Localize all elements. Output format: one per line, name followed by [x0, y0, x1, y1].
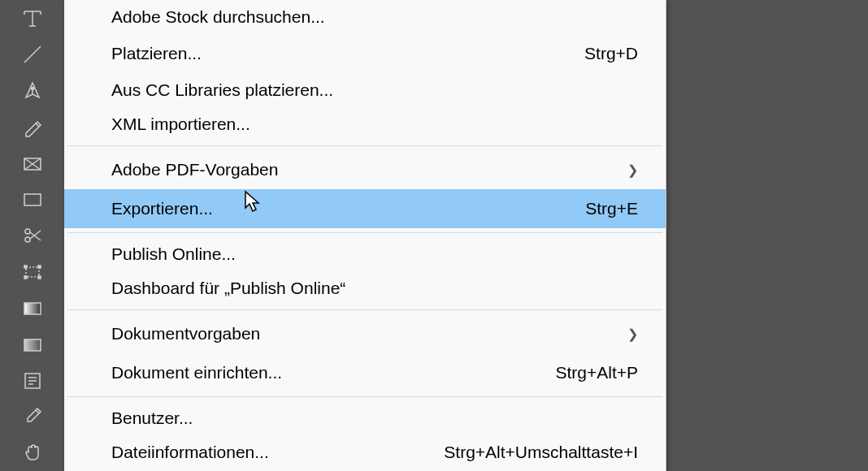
menu-item-label: Exportieren...	[111, 199, 585, 218]
svg-rect-8	[24, 276, 27, 279]
menu-separator	[67, 309, 662, 310]
menu-item-xml-import[interactable]: XML importieren...	[64, 107, 666, 141]
rectangle-frame-tool[interactable]	[13, 145, 52, 181]
svg-point-4	[25, 237, 30, 242]
menu-separator	[67, 396, 662, 397]
svg-rect-7	[38, 266, 41, 268]
svg-rect-5	[26, 267, 39, 277]
menu-item-label: Aus CC Libraries platzieren...	[111, 80, 638, 100]
menu-item-cc-libraries[interactable]: Aus CC Libraries platzieren...	[64, 73, 666, 107]
menu-item-label: XML importieren...	[111, 115, 638, 134]
menu-item-shortcut: Strg+D	[584, 44, 638, 63]
menu-item-dokumentvorgaben[interactable]: Dokumentvorgaben ❯	[64, 314, 666, 353]
svg-point-3	[25, 229, 30, 234]
svg-rect-2	[24, 194, 41, 205]
menu-separator	[67, 232, 662, 233]
menu-item-label: Adobe PDF-Vorgaben	[111, 160, 627, 179]
tools-panel	[0, 0, 64, 471]
menu-item-benutzer[interactable]: Benutzer...	[64, 401, 666, 435]
menu-item-platzieren[interactable]: Platzieren... Strg+D	[64, 34, 666, 73]
free-transform-tool[interactable]	[13, 253, 52, 290]
menu-separator	[67, 145, 662, 146]
menu-item-label: Dateiinformationen...	[111, 443, 444, 462]
chevron-right-icon: ❯	[627, 162, 638, 178]
hand-tool[interactable]	[13, 434, 52, 471]
menu-item-label: Benutzer...	[111, 408, 638, 428]
eyedropper-tool[interactable]	[13, 399, 52, 435]
pen-tool[interactable]	[13, 72, 52, 109]
svg-rect-11	[24, 339, 41, 351]
gradient-swatch-tool[interactable]	[13, 290, 52, 326]
menu-item-label: Platzieren...	[111, 44, 584, 63]
pencil-tool[interactable]	[13, 109, 52, 145]
menu-item-label: Dashboard für „Publish Online“	[111, 279, 638, 298]
type-tool[interactable]	[13, 0, 52, 37]
svg-point-0	[31, 87, 33, 89]
menu-item-publish-dashboard[interactable]: Dashboard für „Publish Online“	[64, 271, 666, 305]
menu-item-publish-online[interactable]: Publish Online...	[64, 237, 666, 271]
file-menu-dropdown: Adobe Stock durchsuchen... Platzieren...…	[64, 0, 666, 471]
menu-item-exportieren[interactable]: Exportieren... Strg+E	[64, 189, 666, 228]
menu-item-adobe-stock[interactable]: Adobe Stock durchsuchen...	[64, 0, 666, 34]
chevron-right-icon: ❯	[627, 326, 638, 342]
menu-item-label: Dokument einrichten...	[111, 363, 555, 382]
note-tool[interactable]	[13, 362, 52, 399]
menu-item-pdf-vorgaben[interactable]: Adobe PDF-Vorgaben ❯	[64, 150, 666, 189]
menu-item-label: Adobe Stock durchsuchen...	[111, 7, 638, 27]
menu-item-dateiinformationen[interactable]: Dateiinformationen... Strg+Alt+Umschaltt…	[64, 435, 666, 469]
menu-item-shortcut: Strg+E	[585, 199, 638, 218]
rectangle-tool[interactable]	[13, 181, 52, 218]
menu-item-dokument-einrichten[interactable]: Dokument einrichten... Strg+Alt+P	[64, 353, 666, 392]
menu-item-shortcut: Strg+Alt+Umschalttaste+I	[444, 443, 638, 462]
gradient-feather-tool[interactable]	[13, 326, 52, 362]
svg-rect-10	[24, 303, 41, 314]
line-tool[interactable]	[13, 37, 52, 73]
menu-item-label: Publish Online...	[111, 244, 638, 264]
scissors-tool[interactable]	[13, 218, 52, 254]
svg-rect-6	[24, 266, 27, 268]
svg-rect-9	[38, 276, 41, 279]
menu-item-shortcut: Strg+Alt+P	[555, 363, 638, 382]
menu-item-label: Dokumentvorgaben	[111, 324, 627, 344]
